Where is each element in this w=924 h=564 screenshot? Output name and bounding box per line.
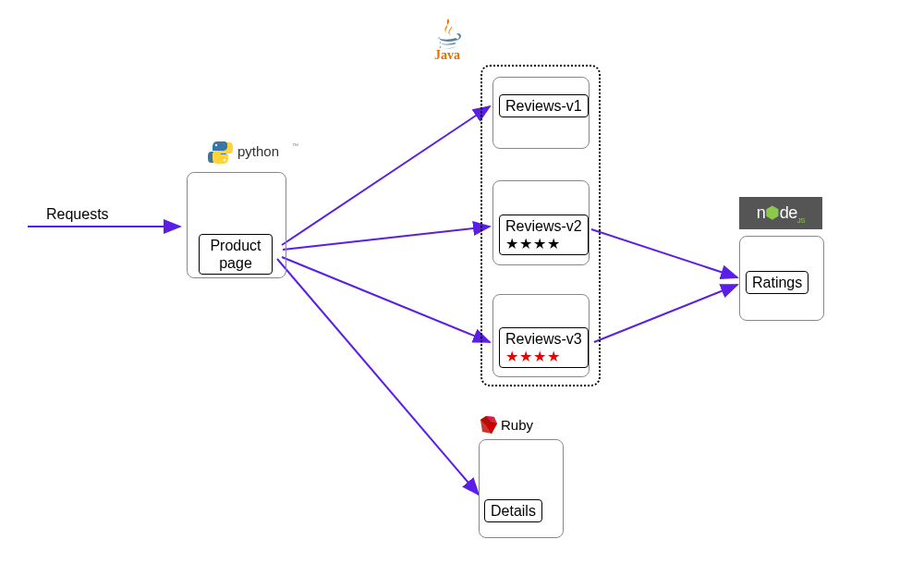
svg-line-2 [282,106,490,245]
ratings-label: Ratings [746,271,808,294]
reviews-v3-label: Reviews-v3 ★★★★ [499,327,589,368]
star-rating-icon: ★★★★ [505,236,561,251]
product-page-label: Product page [199,234,273,275]
nodejs-logo-icon: n⬢deJS [739,197,822,229]
svg-text:Java: Java [434,48,460,61]
java-logo-icon: Java [423,17,474,65]
python-logo-icon: python ™ [208,139,300,170]
ruby-logo-icon: Ruby [478,414,542,441]
star-rating-icon: ★★★★ [505,349,561,364]
details-service-box [479,439,564,538]
svg-line-5 [277,259,479,495]
reviews-v2-label: Reviews-v2 ★★★★ [499,215,589,255]
svg-line-4 [282,257,490,342]
svg-point-8 [215,144,217,146]
svg-text:Ruby: Ruby [501,417,534,433]
svg-line-6 [591,229,737,277]
svg-text:python: python [237,143,279,159]
svg-line-3 [283,227,490,250]
requests-label: Requests [46,206,109,223]
details-label: Details [484,499,542,522]
svg-text:™: ™ [292,142,298,149]
reviews-v1-label: Reviews-v1 [499,94,589,117]
svg-line-7 [594,285,737,342]
svg-point-9 [224,159,225,161]
